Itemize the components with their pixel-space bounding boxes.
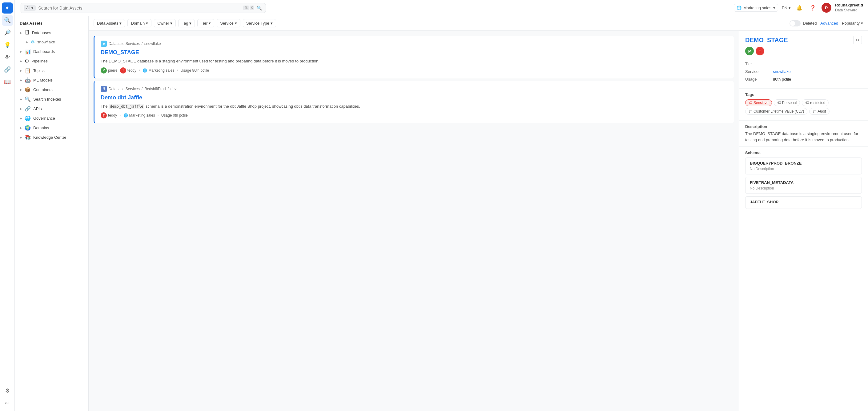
right-panel-header: DEMO_STAGE <> xyxy=(739,31,868,47)
search-container: All ▾ ⌘K 🔍 xyxy=(20,3,266,13)
filter-data-assets[interactable]: Data Assets ▾ xyxy=(94,19,125,27)
desc-section: Description The DEMO_STAGE database is a… xyxy=(739,122,868,145)
sidebar-item-containers[interactable]: ▶ 📦 Containers xyxy=(15,85,88,94)
observatory-button[interactable]: 👁 xyxy=(2,52,13,63)
knowledge-center-icon: 📚 xyxy=(25,134,31,140)
chevron-right-icon: ▶ xyxy=(20,88,22,91)
schema-section: Schema BIGQUERYPROD_BRONZE No Descriptio… xyxy=(739,148,868,214)
schema-item-fivetran[interactable]: FIVETRAN_METADATA No Description xyxy=(745,177,862,194)
result-meta-demo-dbt-jaffle: T teddy • 🌐 Marketing sales • Usage 0th … xyxy=(101,112,727,119)
owner-teddy: T teddy xyxy=(120,67,136,73)
database-services-icon: ❄ xyxy=(101,41,107,47)
filter-domain[interactable]: Domain ▾ xyxy=(127,19,151,27)
topbar-right: 🌐 Marketing sales ▾ EN ▾ 🔔 ❓ R Rounakpre… xyxy=(734,3,863,12)
result-title-demo-stage[interactable]: DEMO_STAGE xyxy=(101,49,727,56)
settings-button[interactable]: ⚙ xyxy=(2,385,13,396)
chevron-right-icon: ▶ xyxy=(20,126,22,129)
search-icon: 🔍 xyxy=(257,5,262,10)
schema-item-bigquery[interactable]: BIGQUERYPROD_BRONZE No Description xyxy=(745,158,862,175)
filter-bar-right: Deleted Advanced Popularity ▾ xyxy=(789,20,863,27)
tag-restricted[interactable]: 🏷 restricted xyxy=(802,99,829,106)
owner-avatar-teddy-2: T xyxy=(101,112,107,119)
sidebar-item-pipelines[interactable]: ▶ ⚙ Pipelines xyxy=(15,56,88,66)
lineage-button[interactable]: 🔗 xyxy=(2,64,13,75)
search-indexes-icon: 🔍 xyxy=(25,96,31,102)
help-button[interactable]: ❓ xyxy=(808,3,818,12)
tag-audit[interactable]: 🏷 Audit xyxy=(809,108,829,115)
insights-button[interactable]: 💡 xyxy=(2,39,13,51)
chevron-right-icon: ▶ xyxy=(20,78,22,82)
icon-sidebar: ✦ 🔍 🔎 💡 👁 🔗 📖 ⚙ ↩ xyxy=(0,0,15,411)
schema-item-jaffle-shop[interactable]: JAFFLE_SHOP xyxy=(745,196,862,209)
panel-avatar-pierre[interactable]: P xyxy=(745,47,754,55)
popularity-selector[interactable]: Popularity ▾ xyxy=(842,21,863,26)
explore-button[interactable]: 🔍 xyxy=(2,15,13,26)
panel-toggle-button[interactable]: <> xyxy=(853,36,862,44)
search-input[interactable] xyxy=(38,5,240,10)
containers-icon: 📦 xyxy=(25,87,31,93)
sidebar-item-domains[interactable]: ▶ 🌍 Domains xyxy=(15,123,88,133)
filter-tag[interactable]: Tag ▾ xyxy=(178,19,195,27)
results-area: ❄ Database Services / snowflake DEMO_STA… xyxy=(89,31,739,411)
lang-selector[interactable]: EN ▾ xyxy=(782,5,791,10)
result-card-demo-stage[interactable]: ❄ Database Services / snowflake DEMO_STA… xyxy=(94,36,734,78)
filter-tier[interactable]: Tier ▾ xyxy=(197,19,214,27)
deleted-toggle: Deleted xyxy=(789,20,817,27)
tag-personal[interactable]: 🏷 Personal xyxy=(774,99,800,106)
pipelines-icon: ⚙ xyxy=(25,58,29,64)
chevron-down-icon: ▾ xyxy=(146,21,148,26)
result-breadcrumb-2: 🗄 Database Services / RedshiftProd / dev xyxy=(101,86,727,92)
deleted-toggle-switch[interactable] xyxy=(789,20,801,27)
tag-clv[interactable]: 🏷 Customer Lifetime Value (CLV) xyxy=(745,108,807,115)
workspace-selector[interactable]: 🌐 Marketing sales ▾ xyxy=(734,4,778,12)
owner-avatar-pierre: P xyxy=(101,67,107,73)
sidebar-item-databases[interactable]: ▶ 🗄 Databases xyxy=(15,28,88,37)
sidebar-header: Data Assets xyxy=(15,19,88,28)
panel-title: DEMO_STAGE xyxy=(745,37,853,44)
result-card-demo-dbt-jaffle[interactable]: 🗄 Database Services / RedshiftProd / dev… xyxy=(94,81,734,124)
sidebar-item-snowflake[interactable]: ▶ ❄ snowflake xyxy=(15,37,88,47)
code-icon: <> xyxy=(856,38,860,42)
domains-icon: 🌍 xyxy=(25,125,31,131)
result-desc-demo-dbt-jaffle: The demo_dbt_jaffle schema is a demonstr… xyxy=(101,103,727,109)
snowflake-icon: ❄ xyxy=(31,39,35,45)
chevron-down-icon: ▾ xyxy=(861,21,863,26)
panel-avatar-teddy[interactable]: T xyxy=(756,47,764,55)
search-filter-all[interactable]: All ▾ xyxy=(24,5,36,11)
owner-teddy-2: T teddy xyxy=(101,112,117,119)
tag-sensitive[interactable]: 🏷 Sensitive xyxy=(745,99,772,106)
chevron-down-icon: ▾ xyxy=(271,21,273,26)
user-info: Rounakpreet.d Data Steward xyxy=(835,3,863,12)
logout-button[interactable]: ↩ xyxy=(2,398,13,409)
sidebar-item-dashboards[interactable]: ▶ 📊 Dashboards xyxy=(15,47,88,56)
sidebar-item-topics[interactable]: ▶ 📋 Topics xyxy=(15,66,88,75)
chevron-right-icon: ▶ xyxy=(20,107,22,110)
left-sidebar: Data Assets ▶ 🗄 Databases ▶ ❄ snowflake … xyxy=(15,16,89,411)
sidebar-item-apis[interactable]: ▶ 🔗 APIs xyxy=(15,104,88,114)
notifications-button[interactable]: 🔔 xyxy=(795,3,804,12)
domain-badge-2: 🌐 Marketing sales xyxy=(123,113,155,118)
sidebar-item-knowledge-center[interactable]: ▶ 📚 Knowledge Center xyxy=(15,133,88,142)
panel-avatars: P T xyxy=(739,47,868,59)
chevron-right-icon: ▶ xyxy=(20,69,22,72)
governance-icon: 🌐 xyxy=(25,115,31,121)
sidebar-item-ml-models[interactable]: ▶ 🤖 ML Models xyxy=(15,75,88,85)
filter-service-type[interactable]: Service Type ▾ xyxy=(243,19,276,27)
filter-service[interactable]: Service ▾ xyxy=(217,19,240,27)
result-title-demo-dbt-jaffle[interactable]: Demo dbt Jaffle xyxy=(101,94,727,101)
filter-owner[interactable]: Owner ▾ xyxy=(154,19,176,27)
sidebar-item-governance[interactable]: ▶ 🌐 Governance xyxy=(15,114,88,123)
chevron-down-icon: ▾ xyxy=(189,21,191,26)
search-button[interactable]: 🔎 xyxy=(2,27,13,38)
advanced-button[interactable]: Advanced xyxy=(820,21,838,26)
chevron-right-icon: ▶ xyxy=(20,97,22,101)
chevron-right-icon: ▶ xyxy=(20,117,22,120)
search-kbd: ⌘K xyxy=(243,5,254,10)
chevron-right-icon: ▶ xyxy=(20,31,22,34)
book-button[interactable]: 📖 xyxy=(2,76,13,87)
avatar[interactable]: R xyxy=(822,3,831,12)
logo-button[interactable]: ✦ xyxy=(2,2,13,13)
chevron-right-icon: ▶ xyxy=(20,59,22,63)
sidebar-item-search-indexes[interactable]: ▶ 🔍 Search Indexes xyxy=(15,94,88,104)
filter-bar: Data Assets ▾ Domain ▾ Owner ▾ Tag ▾ xyxy=(89,16,868,31)
